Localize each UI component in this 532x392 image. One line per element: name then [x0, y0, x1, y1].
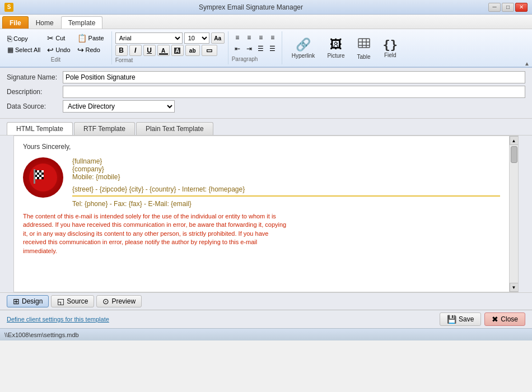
footer-buttons: 💾 Save ✖ Close [440, 312, 525, 326]
field-button[interactable]: {} Field [378, 35, 403, 60]
svg-rect-15 [37, 175, 39, 177]
signature-name-row: Signature Name: [7, 71, 525, 83]
close-button[interactable]: ✖ Close [484, 312, 525, 326]
scroll-track[interactable] [510, 145, 519, 283]
signature-name-input[interactable] [63, 71, 525, 83]
save-button[interactable]: 💾 Save [440, 312, 481, 326]
window-title: Symprex Email Signature Manager [13, 3, 488, 11]
signature-logo [23, 157, 63, 198]
list-unordered-button[interactable]: ☰ [255, 44, 267, 54]
align-right-button[interactable]: ≡ [255, 32, 267, 43]
redo-button[interactable]: ↪ Redo [74, 44, 107, 55]
font-color-button[interactable]: A [157, 45, 170, 56]
source-icon: ◱ [57, 297, 64, 306]
text-style-button[interactable]: ab [185, 45, 200, 56]
mobile-field: Mobile: {mobile} [72, 173, 500, 181]
disclaimer-text: The content of this e-mail is intended s… [23, 212, 292, 255]
fullname-field: {fullname} [72, 157, 500, 165]
minimize-button[interactable]: ─ [488, 3, 501, 12]
greeting-text: Yours Sincerely, [23, 143, 500, 151]
svg-rect-19 [37, 177, 39, 179]
italic-button[interactable]: I [129, 45, 142, 56]
ribbon-expand-button[interactable]: ▲ [524, 60, 530, 67]
app-icon: S [4, 3, 13, 12]
tab-home[interactable]: Home [29, 16, 61, 29]
menu-bar: File Home Template [0, 15, 532, 29]
description-input[interactable] [63, 86, 525, 98]
preview-view-button[interactable]: ⊙ Preview [96, 295, 142, 307]
data-source-select[interactable]: Active Directory Exchange Server Custom [63, 100, 175, 113]
svg-rect-16 [39, 175, 41, 177]
svg-rect-17 [41, 175, 44, 177]
source-view-button[interactable]: ◱ Source [51, 295, 94, 307]
scroll-down-button[interactable]: ▼ [510, 283, 519, 292]
editor-area: Yours Sincerely, [13, 136, 519, 292]
title-bar: S Symprex Email Signature Manager ─ □ ✕ [0, 0, 532, 15]
close-window-button[interactable]: ✕ [515, 3, 528, 12]
picture-button[interactable]: 🖼 Picture [322, 35, 349, 61]
company-field: {company} [72, 165, 500, 173]
select-all-button[interactable]: ▦ Select All [4, 45, 43, 55]
ribbon-group-format: Arial Times New Roman Verdana 8910 11121… [112, 31, 228, 64]
cut-button[interactable]: ✂ Cut [44, 32, 73, 44]
tab-rtf-template[interactable]: RTF Template [74, 122, 135, 135]
paste-button[interactable]: 📋 Paste [74, 32, 107, 44]
svg-rect-11 [37, 172, 39, 175]
signature-name-label: Signature Name: [7, 73, 63, 81]
table-button[interactable]: Table [352, 34, 376, 62]
svg-rect-0 [358, 39, 370, 48]
design-view-button[interactable]: ⊞ Design [7, 295, 49, 307]
bold-button[interactable]: B [115, 45, 128, 56]
svg-rect-13 [41, 172, 44, 175]
editor-content[interactable]: Yours Sincerely, [14, 136, 509, 292]
underline-button[interactable]: U [143, 45, 156, 56]
svg-rect-7 [37, 170, 39, 172]
bottom-toolbar: ⊞ Design ◱ Source ⊙ Preview [0, 292, 532, 310]
ribbon: ⎘ Copy ▦ Select All ✂ Cut ↩ Undo [0, 29, 532, 68]
ribbon-group-insert: 🔗 Hyperlink 🖼 Picture Table {} Field [282, 31, 407, 64]
svg-rect-21 [41, 177, 44, 179]
data-source-row: Data Source: Active Directory Exchange S… [7, 100, 525, 113]
svg-rect-9 [41, 170, 44, 172]
font-select[interactable]: Arial Times New Roman Verdana [115, 32, 183, 44]
copy-button[interactable]: ⎘ Copy [4, 33, 43, 44]
ribbon-group-edit: ⎘ Copy ▦ Select All ✂ Cut ↩ Undo [0, 31, 112, 64]
description-label: Description: [7, 88, 63, 96]
tab-html-template[interactable]: HTML Template [7, 122, 73, 135]
font-size-select[interactable]: 8910 111214 [184, 32, 209, 44]
address-field: {street} - {zipcode} {city} - {country} … [72, 185, 500, 197]
indent-decrease-button[interactable]: ⇤ [232, 44, 243, 54]
indent-increase-button[interactable]: ⇥ [244, 44, 255, 54]
border-button[interactable]: ▭ [202, 45, 217, 56]
design-icon: ⊞ [13, 297, 20, 306]
undo-button[interactable]: ↩ Undo [44, 44, 73, 55]
editor-scrollbar[interactable]: ▲ ▼ [509, 136, 518, 292]
svg-rect-22 [34, 169, 35, 184]
signature-body: {fullname} {company} Mobile: {mobile} {s… [23, 157, 500, 208]
hyperlink-button[interactable]: 🔗 Hyperlink [287, 35, 320, 61]
svg-rect-20 [39, 177, 41, 179]
close-icon: ✖ [492, 315, 498, 324]
data-source-label: Data Source: [7, 102, 63, 110]
scroll-thumb[interactable] [511, 146, 517, 163]
ribbon-group-paragraph: ≡ ≡ ≡ ≡ ⇤ ⇥ ☰ ☰ Paragraph [228, 31, 282, 64]
format-group-label: Format [115, 57, 225, 63]
font-effects-button[interactable]: Aa [211, 32, 225, 44]
justify-button[interactable]: ≡ [267, 32, 278, 43]
highlight-color-button[interactable]: A [171, 45, 184, 56]
paragraph-group-label: Paragraph [232, 56, 278, 62]
edit-group-label: Edit [51, 57, 60, 63]
status-path: \\Ex1008\esm\settings.mdb [4, 332, 79, 338]
list-ordered-button[interactable]: ☰ [267, 44, 278, 54]
align-left-button[interactable]: ≡ [232, 32, 243, 43]
save-icon: 💾 [447, 315, 456, 324]
scroll-up-button[interactable]: ▲ [510, 136, 519, 145]
tab-template[interactable]: Template [61, 16, 103, 29]
tab-plaintext-template[interactable]: Plain Text Template [136, 122, 213, 135]
tab-file[interactable]: File [2, 16, 29, 29]
client-settings-link[interactable]: Define client settings for this template [7, 316, 109, 323]
template-tabs: HTML Template RTF Template Plain Text Te… [0, 119, 532, 136]
tel-field: Tel: {phone} - Fax: {fax} - E-Mail: {ema… [72, 200, 500, 208]
align-center-button[interactable]: ≡ [244, 32, 255, 43]
maximize-button[interactable]: □ [502, 3, 514, 12]
